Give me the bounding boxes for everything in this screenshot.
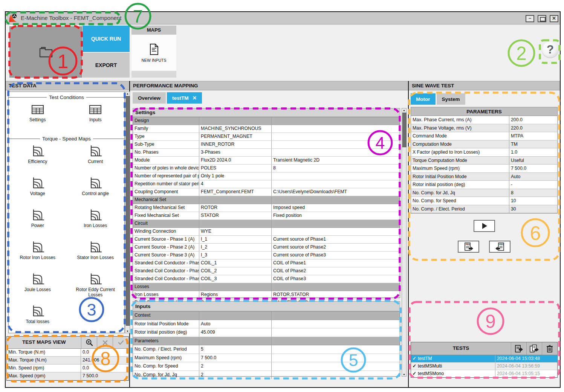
cell[interactable]: COIL of Phase1	[272, 259, 400, 267]
row-value[interactable]: Auto	[509, 173, 557, 181]
scroll-down-icon[interactable]: ▼	[125, 330, 130, 333]
row-value[interactable]: 7 500.0	[509, 165, 557, 172]
cell[interactable]: POLES	[199, 165, 272, 172]
export-pbs-button[interactable]: PBS	[458, 241, 479, 253]
row-value[interactable]: 220.0	[509, 124, 557, 132]
test-data-item-joule-losses[interactable]: Joule Losses	[9, 271, 67, 303]
tab-close-icon[interactable]: ✕	[193, 95, 197, 101]
cell[interactable]	[272, 125, 400, 133]
cell[interactable]	[272, 180, 400, 188]
row-value[interactable]: TM	[509, 140, 557, 148]
row-value[interactable]: 30	[509, 205, 557, 213]
zoom-maps-button[interactable]	[81, 337, 97, 348]
cell[interactable]: Current source of Phase1	[272, 236, 400, 243]
tab-overview[interactable]: Overview	[133, 92, 166, 104]
cell[interactable]: Regions	[199, 291, 272, 299]
test-data-item-stator-iron-losses[interactable]: Stator Iron Losses	[67, 239, 125, 271]
tab-system[interactable]: System	[437, 93, 465, 105]
test-data-item-total-losses[interactable]: Total losses	[9, 303, 67, 333]
cell[interactable]: COIL of Phase3	[272, 275, 400, 283]
cell[interactable]	[272, 371, 400, 379]
cell[interactable]: WYE	[199, 228, 272, 235]
row-value[interactable]: 241.006	[81, 357, 128, 364]
minimize-button[interactable]: −	[526, 15, 534, 22]
cell[interactable]: Current source of Phase2	[272, 244, 400, 251]
cell[interactable]: 4	[199, 180, 272, 188]
cell[interactable]: STATOR	[199, 212, 272, 220]
row-value[interactable]: 1.0	[509, 148, 557, 156]
cell[interactable]: I_3	[199, 252, 272, 259]
duplicate-test-button[interactable]	[526, 342, 542, 355]
tab-motor[interactable]: Motor	[411, 93, 436, 105]
cell[interactable]	[272, 133, 400, 140]
quick-run-button[interactable]: QUICK RUN	[83, 26, 130, 52]
open-project-button[interactable]	[9, 26, 82, 78]
cell[interactable]: Imposed speed	[272, 204, 400, 212]
scroll-up-icon[interactable]: ▲	[125, 92, 130, 95]
tab-testtm[interactable]: testTM✕	[167, 92, 202, 104]
scroll-thumb[interactable]	[402, 113, 407, 147]
test-row-testmsmono[interactable]: ✓testMSMono2024-06-04 15:05:15	[411, 370, 557, 377]
help-button[interactable]: ?	[542, 41, 558, 58]
import-pbs-button[interactable]: PBS	[489, 241, 511, 253]
cell[interactable]: C:\Users\Evelyne\Downloads\FEMT	[272, 188, 400, 196]
cell[interactable]: ROTOR	[199, 204, 272, 212]
cell[interactable]	[272, 141, 400, 148]
test-data-item-rotor-eddy-current-losses[interactable]: Rotor Eddy Current Losses	[67, 271, 125, 303]
row-value[interactable]: 200.0	[509, 116, 557, 124]
maximize-button[interactable]	[538, 15, 546, 22]
row-value[interactable]: 0.0	[81, 349, 128, 356]
cell[interactable]: 5	[199, 345, 272, 354]
cell[interactable]	[272, 320, 400, 328]
cell[interactable]: 2	[199, 371, 272, 379]
cell[interactable]: 45.009	[199, 328, 272, 337]
cell[interactable]: PERMANENT_MAGNET	[199, 133, 272, 140]
cell[interactable]	[272, 149, 400, 156]
cell[interactable]: Auto	[199, 320, 272, 328]
test-row-testtm[interactable]: ✓testTM2024-06-04 15:03:48	[411, 355, 557, 363]
cell[interactable]	[272, 228, 400, 235]
test-data-item-current[interactable]: Current	[67, 143, 125, 175]
cell[interactable]: 3-Phases	[199, 149, 272, 156]
cell[interactable]: Only 1 pole	[199, 172, 272, 180]
new-inputs-button[interactable]: NEW INPUTS	[131, 35, 176, 71]
cell[interactable]: COIL_1	[199, 259, 272, 267]
row-value[interactable]: Useful	[509, 157, 557, 165]
cell[interactable]: MACHINE_SYNCHRONOUS	[199, 125, 272, 133]
apply-maps-button[interactable]	[113, 337, 128, 348]
close-button[interactable]: ✕	[550, 15, 558, 22]
export-test-button[interactable]	[511, 342, 526, 355]
export-button[interactable]: EXPORT	[83, 53, 130, 78]
cell[interactable]: 8	[272, 165, 400, 172]
delete-test-button[interactable]	[542, 342, 557, 355]
cell[interactable]: COIL of Phase2	[272, 267, 400, 275]
cell[interactable]: FEMT_Component.FEMT	[199, 188, 272, 196]
row-value[interactable]: 8	[509, 189, 557, 197]
test-data-item-rotor-iron-losses[interactable]: Rotor Iron Losses	[9, 239, 67, 271]
test-data-item-inputs[interactable]: Inputs	[67, 101, 125, 133]
cell[interactable]: Flux2D 2024.0	[199, 157, 272, 164]
cell[interactable]: Transient Magnetic 2D	[272, 157, 400, 164]
scroll-up-icon[interactable]: ▲	[402, 109, 406, 111]
cell[interactable]: I_2	[199, 244, 272, 251]
test-data-item-settings[interactable]: Settings	[9, 101, 67, 133]
row-value[interactable]: -	[509, 181, 557, 189]
cell[interactable]	[272, 354, 400, 362]
row-value[interactable]: 7 500.0	[81, 372, 128, 380]
cell[interactable]	[272, 362, 400, 371]
cell[interactable]	[272, 345, 400, 354]
test-data-scrollbar[interactable]: ▲ ▼	[125, 92, 130, 333]
cell[interactable]: ROTOR,STATOR	[272, 291, 400, 299]
run-test-button[interactable]	[474, 220, 495, 232]
cell[interactable]	[272, 172, 400, 180]
cell[interactable]: 2	[199, 362, 272, 371]
scroll-down-icon[interactable]: ▼	[402, 373, 406, 376]
test-data-item-efficiency[interactable]: Efficiency	[9, 143, 67, 175]
cell[interactable]: 7 500.0	[199, 354, 272, 362]
scroll-thumb[interactable]	[126, 96, 130, 326]
cell[interactable]: COIL_2	[199, 267, 272, 275]
test-data-item-power[interactable]: Power	[9, 207, 67, 239]
cell[interactable]: INNER_ROTOR	[199, 141, 272, 148]
test-data-item-control-angle[interactable]: Control angle	[67, 175, 125, 207]
cell[interactable]: Fixed position	[272, 212, 400, 220]
